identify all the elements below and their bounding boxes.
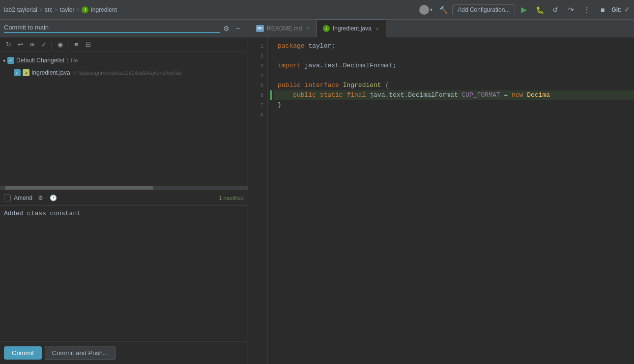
- add-configuration-button[interactable]: Add Configuration...: [452, 4, 515, 15]
- gutter-7: [270, 100, 272, 110]
- changelist-header[interactable]: ▾ ✓ Default Changelist 1 file: [0, 54, 248, 67]
- tab-bar: MD README.md × I Ingredient.java ×: [248, 20, 634, 37]
- line-num-2: 2: [248, 51, 263, 61]
- profile-button[interactable]: ▾: [417, 4, 434, 16]
- code-line-6: public static final java.text.DecimalFor…: [274, 90, 634, 100]
- line-num-3: 3: [248, 61, 263, 71]
- line-num-7: 7: [248, 100, 263, 110]
- code-line-1: package taylor;: [274, 41, 634, 51]
- commit-button[interactable]: Commit: [4, 346, 42, 360]
- java-tab-icon: I: [323, 25, 330, 32]
- gutter-2: [270, 51, 272, 61]
- hammer-icon[interactable]: 🔨: [436, 3, 450, 17]
- avatar: [419, 5, 429, 15]
- panel-header: Commit to main ⚙ −: [0, 20, 248, 37]
- code-lines: package taylor; import java.text.Decimal…: [274, 37, 634, 364]
- line-num-8: 8: [248, 110, 263, 120]
- breadcrumb-taylor[interactable]: taylor: [60, 6, 74, 13]
- tab-readme-close[interactable]: ×: [305, 24, 311, 33]
- eye-toolbar-button[interactable]: ◉: [55, 39, 65, 50]
- stop-button[interactable]: ■: [596, 3, 609, 17]
- left-panel: Commit to main ⚙ − ↻ ↩ ⊞ ✓ ◉ ≡ ⊟ ▾ ✓ Def…: [0, 20, 248, 364]
- git-text: Git:: [611, 6, 622, 13]
- commit-message-text[interactable]: Added class constant: [4, 209, 244, 219]
- collapse-icon[interactable]: −: [232, 23, 244, 34]
- commit-message-area: Added class constant: [0, 205, 248, 341]
- file-item[interactable]: ✓ J Ingredient.java P:\a\assignments\cs1…: [0, 67, 248, 79]
- toolbar-separator: [52, 41, 52, 49]
- chevron-down-icon: ▾: [430, 7, 432, 12]
- main-layout: Commit to main ⚙ − ↻ ↩ ⊞ ✓ ◉ ≡ ⊟ ▾ ✓ Def…: [0, 20, 634, 364]
- diff-toolbar-button[interactable]: ⊞: [27, 39, 37, 50]
- modified-badge[interactable]: 1 modified: [219, 195, 244, 201]
- gutter-3: [270, 61, 272, 71]
- git-label: Git: ✓: [611, 5, 630, 14]
- amend-settings-icon[interactable]: ⚙: [35, 193, 45, 203]
- gutter-4: [270, 71, 272, 81]
- amend-history-icon[interactable]: 🕐: [48, 193, 58, 203]
- line-num-6: 6: [248, 90, 263, 100]
- code-line-8: [274, 110, 634, 120]
- top-toolbar: lab2-taylorial > src > taylor > I Ingred…: [0, 0, 634, 20]
- list-toolbar-button[interactable]: ≡: [71, 39, 82, 50]
- code-line-7: }: [274, 100, 634, 110]
- line-numbers: 1 2 3 4 5 6 7 8: [248, 37, 268, 364]
- changelist-name: Default Changelist: [16, 57, 64, 64]
- code-line-2: [274, 51, 634, 61]
- gutter-1: [270, 41, 272, 51]
- ingredient-file-icon: I: [82, 6, 88, 13]
- file-checkbox[interactable]: ✓: [14, 69, 21, 76]
- panel-title: Commit to main: [4, 24, 220, 33]
- settings-icon[interactable]: ⚙: [220, 23, 232, 34]
- amend-checkbox[interactable]: [4, 195, 11, 201]
- run-button[interactable]: ▶: [517, 3, 531, 17]
- more-button[interactable]: ⋮: [580, 3, 594, 17]
- breadcrumb-current: I Ingredient: [82, 6, 116, 13]
- editor-panel: MD README.md × I Ingredient.java × 1 2 3…: [248, 20, 634, 364]
- breadcrumb: lab2-taylorial > src > taylor > I Ingred…: [4, 6, 117, 13]
- file-name: Ingredient.java: [31, 69, 70, 76]
- commit-buttons-bar: Commit Commit and Push...: [0, 341, 248, 364]
- toolbar-right: ▾ 🔨 Add Configuration... ▶ 🐛 ↺ ↷ ⋮ ■ Git…: [417, 3, 630, 17]
- tab-readme[interactable]: MD README.md ×: [250, 20, 317, 37]
- code-editor[interactable]: 1 2 3 4 5 6 7 8 package taylor;: [248, 37, 634, 364]
- refresh-toolbar-button[interactable]: ↻: [3, 39, 14, 50]
- chevron-down-icon: ▾: [3, 58, 5, 63]
- changelist-count: 1 file: [66, 57, 78, 63]
- breadcrumb-sep2: >: [55, 6, 58, 13]
- tab-ingredient[interactable]: I Ingredient.java ×: [317, 20, 386, 37]
- file-path: P:\a\assignments\cs1021\lab2-taylorial\s…: [74, 70, 181, 76]
- breadcrumb-sep3: >: [76, 6, 80, 13]
- code-line-3: import java.text.DecimalFormat;: [274, 61, 634, 71]
- changelist-checkbox[interactable]: ✓: [7, 57, 14, 64]
- line-num-4: 4: [248, 71, 263, 81]
- java-file-icon: J: [23, 69, 29, 76]
- tab-readme-label: README.md: [267, 25, 302, 32]
- md-file-icon: MD: [256, 25, 264, 32]
- line-num-5: 5: [248, 81, 263, 90]
- reload-button[interactable]: ↺: [548, 3, 562, 17]
- gutter-8: [270, 110, 272, 120]
- toolbar-separator2: [68, 41, 68, 49]
- commit-and-push-button[interactable]: Commit and Push...: [45, 346, 115, 360]
- gutter-5: [270, 81, 272, 90]
- group-toolbar-button[interactable]: ⊟: [83, 39, 93, 50]
- breadcrumb-sep1: >: [39, 6, 43, 13]
- tab-ingredient-close[interactable]: ×: [375, 24, 380, 33]
- file-tree: ▾ ✓ Default Changelist 1 file ✓ J Ingred…: [0, 52, 248, 186]
- breadcrumb-file[interactable]: Ingredient: [90, 6, 116, 13]
- debug-button[interactable]: 🐛: [533, 3, 547, 17]
- code-line-4: [274, 71, 634, 81]
- change-toolbar: ↻ ↩ ⊞ ✓ ◉ ≡ ⊟: [0, 37, 248, 52]
- line-num-1: 1: [248, 41, 263, 51]
- breadcrumb-src[interactable]: src: [45, 6, 53, 13]
- check-toolbar-button[interactable]: ✓: [38, 39, 49, 50]
- horizontal-scrollbar[interactable]: [0, 186, 248, 190]
- undo-toolbar-button[interactable]: ↩: [15, 39, 26, 50]
- change-gutter: [268, 37, 274, 364]
- step-button[interactable]: ↷: [564, 3, 578, 17]
- gutter-6-changed: [270, 90, 272, 100]
- amend-label: Amend: [14, 195, 32, 201]
- breadcrumb-project[interactable]: lab2-taylorial: [4, 6, 37, 13]
- code-line-5: public interface Ingredient {: [274, 81, 634, 90]
